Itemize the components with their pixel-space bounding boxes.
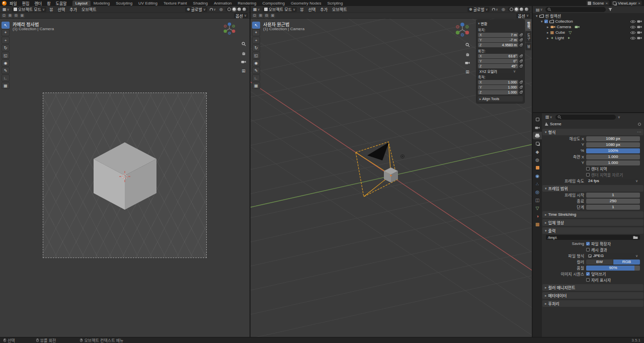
tab-particles[interactable]: ∴ [533, 180, 542, 188]
mode-dropdown[interactable]: 오브젝트 모드∨ [12, 7, 47, 12]
transform-tool[interactable]: ◉ [252, 59, 260, 66]
file-extensions-checkbox[interactable]: ✓파일 확장자 [586, 241, 640, 246]
tab-modifiers[interactable]: ◉ [533, 172, 542, 180]
resolution-y-field[interactable]: 1080 px [586, 142, 640, 147]
disclosure-icon[interactable]: ▸ [547, 36, 549, 40]
outliner-row-cube[interactable]: ▸ ▦ Cube ▽ [533, 30, 644, 35]
tab-constraints[interactable]: ◫ [533, 196, 542, 204]
mode-dropdown[interactable]: 오브젝트 모드∨ [263, 7, 297, 12]
proportional-editing-toggle[interactable]: ◎ [501, 7, 506, 12]
menu-window[interactable]: 창 [45, 1, 52, 6]
transform-tool[interactable]: ◉ [2, 59, 10, 66]
shading-solid-button[interactable] [515, 8, 518, 11]
scene-unlink-icon[interactable]: × [605, 1, 608, 6]
crop-region-checkbox[interactable]: 렌더 지역을 자르기 [586, 172, 640, 178]
lock-icon[interactable] [520, 39, 522, 41]
viewlayer-selector[interactable]: ViewLayer × [611, 1, 642, 6]
tab-object-data[interactable]: ▽ [533, 204, 542, 212]
panel-format-header[interactable]: ▾ 형식 ⋯ [542, 129, 643, 135]
overwrite-checkbox[interactable]: ✓덮어쓰기 [586, 271, 640, 277]
quality-slider[interactable]: 90% [586, 266, 640, 271]
shading-material-button[interactable] [520, 8, 523, 11]
shading-rendered-button[interactable] [525, 8, 528, 11]
shading-solid-button[interactable] [232, 8, 236, 11]
move-tool[interactable]: + [2, 37, 10, 44]
lock-icon[interactable] [520, 92, 522, 94]
rotate-tool[interactable]: ↻ [252, 44, 260, 51]
panel-frame-range-header[interactable]: ▾ 프레임 범위 [542, 185, 643, 192]
proportional-editing-toggle[interactable]: ◎ [218, 7, 224, 12]
pin-icon[interactable] [638, 123, 641, 126]
snap-toggle[interactable]: ∨ [491, 8, 499, 12]
rotate-tool[interactable]: ↻ [2, 44, 10, 51]
grid-toggle-icon[interactable]: ⊞ [240, 68, 247, 74]
options-dropdown[interactable]: 옵션∨ [234, 13, 248, 18]
resolution-x-field[interactable]: 1080 px [586, 136, 640, 141]
hide-eye-icon[interactable] [630, 20, 635, 23]
tab-render[interactable] [533, 124, 542, 131]
menu-add[interactable]: 추가 [68, 7, 78, 12]
filter-icon[interactable] [607, 8, 613, 12]
snap-toggle[interactable]: ∨ [209, 8, 217, 12]
lock-icon[interactable] [520, 44, 522, 46]
transform-panel-header[interactable]: ▾ 변환 [478, 21, 523, 26]
select-mode-subtract-button[interactable]: ⊟ [264, 14, 269, 18]
workspace-tab-layout[interactable]: Layout [72, 1, 91, 6]
shading-wireframe-button[interactable] [227, 8, 231, 11]
location-y-field[interactable]: Y-7 m [478, 38, 518, 42]
menu-edit[interactable]: 편집 [20, 1, 32, 6]
tab-tool[interactable] [533, 116, 542, 123]
lock-icon[interactable] [520, 55, 522, 57]
workspace-tab-uv-editing[interactable]: UV Editing [135, 1, 160, 6]
aspect-x-field[interactable]: 1.000 [586, 154, 640, 159]
menu-object[interactable]: 오브젝트 [331, 7, 348, 12]
zoom-icon[interactable] [240, 41, 247, 47]
hide-eye-icon[interactable] [630, 26, 635, 29]
filter-dropdown-icon[interactable]: ∨ [618, 115, 620, 119]
frame-rate-dropdown[interactable]: 24 fps∨ [586, 179, 640, 184]
viewlayer-unlink-icon[interactable]: × [638, 1, 640, 6]
properties-search-input[interactable] [555, 115, 616, 120]
lock-icon[interactable] [520, 34, 522, 36]
output-path-field[interactable]: /tmp\ [546, 235, 640, 240]
workspace-tab-compositing[interactable]: Compositing [259, 1, 287, 6]
rotation-mode-dropdown[interactable]: XYZ 오일러∨ [478, 69, 517, 73]
color-bw-button[interactable]: BW [586, 260, 613, 265]
workspace-tab-rendering[interactable]: Rendering [235, 1, 260, 6]
folder-icon[interactable] [633, 235, 638, 239]
menu-view[interactable]: 뷰 [48, 7, 54, 12]
outliner-row-camera[interactable]: ▸ Camera [533, 24, 644, 30]
rotation-z-field[interactable]: Z45° [478, 64, 518, 68]
disclosure-icon[interactable]: ▸ [547, 25, 549, 29]
collection-checkbox[interactable]: ✓ [544, 20, 548, 23]
tab-material[interactable]: ◑ [533, 212, 542, 220]
lock-icon[interactable] [520, 81, 522, 83]
tab-scene[interactable]: ◆ [533, 148, 542, 155]
measure-tool[interactable]: ∟ [252, 74, 260, 81]
cache-result-checkbox[interactable]: 캐시 결과 [586, 247, 640, 252]
workspace-tab-texture-paint[interactable]: Texture Paint [160, 1, 190, 6]
viewport-canvas[interactable]: ↖ ⌖ + ↻ ◱ ◉ ✎ ∟ ▦ 사용자 원근법 (1) Collection… [251, 19, 532, 337]
outliner-row-light[interactable]: ▸ Light [533, 35, 644, 41]
tab-world[interactable]: ◍ [533, 156, 542, 163]
workspace-tab-geometry-nodes[interactable]: Geometry Nodes [288, 1, 324, 6]
menu-object[interactable]: 오브젝트 [80, 7, 98, 12]
tab-object[interactable] [533, 164, 542, 172]
measure-tool[interactable]: ∟ [2, 74, 10, 81]
lock-icon[interactable] [520, 65, 522, 67]
cursor-tool[interactable]: ⌖ [252, 29, 260, 36]
navigation-gizmo[interactable] [222, 22, 236, 37]
panel-stereoscopy-header[interactable]: ▸ 입체 영상 [542, 219, 643, 226]
align-tools-panel-header[interactable]: ▸ Align Tools [478, 96, 523, 102]
menu-select[interactable]: 선택 [56, 7, 67, 12]
panel-menu-icon[interactable]: ⋯ [637, 130, 641, 134]
select-mode-extend-button[interactable]: ⊞ [258, 14, 263, 18]
tab-texture[interactable]: ▩ [533, 220, 542, 228]
tab-physics[interactable]: ◎ [533, 188, 542, 196]
pan-hand-icon[interactable] [464, 51, 470, 57]
editor-type-button[interactable]: ▦∨ [2, 7, 11, 12]
workspace-tab-shading[interactable]: Shading [190, 1, 211, 6]
placeholders-checkbox[interactable]: 자리 표시자 [586, 277, 640, 283]
select-mode-intersect-button[interactable]: ⊠ [270, 14, 275, 18]
sidebar-tab-view[interactable]: 뷰 [525, 43, 531, 50]
